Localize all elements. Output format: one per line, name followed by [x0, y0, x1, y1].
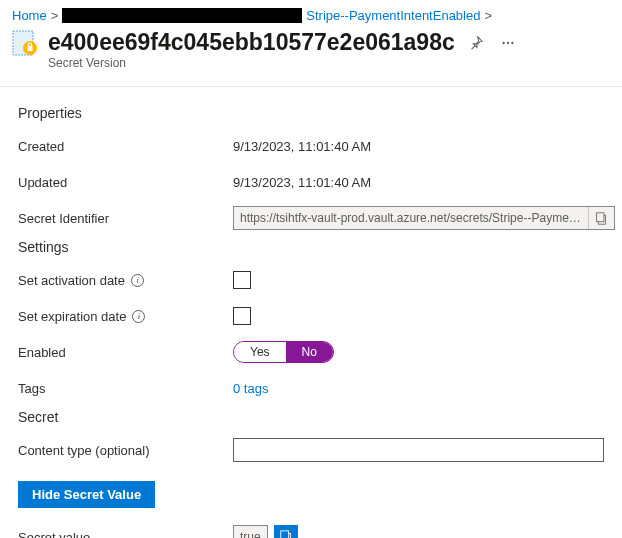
expiration-label: Set expiration date i [18, 309, 233, 324]
expiration-label-text: Set expiration date [18, 309, 126, 324]
tags-link[interactable]: 0 tags [233, 381, 268, 396]
updated-value: 9/13/2023, 11:01:40 AM [233, 175, 604, 190]
info-icon[interactable]: i [132, 310, 145, 323]
activation-label-text: Set activation date [18, 273, 125, 288]
content-type-input[interactable] [233, 438, 604, 462]
updated-label: Updated [18, 175, 233, 190]
info-icon[interactable]: i [131, 274, 144, 287]
secret-value-text: true [240, 530, 261, 538]
breadcrumb: Home > Stripe--PaymentIntentEnabled > [0, 0, 622, 27]
svg-rect-9 [280, 531, 288, 538]
toggle-yes[interactable]: Yes [234, 342, 286, 362]
title-row: e400ee69f4c045ebb10577e2e061a98c [0, 27, 622, 56]
page-subtitle: Secret Version [0, 56, 622, 86]
activation-label: Set activation date i [18, 273, 233, 288]
svg-point-4 [507, 41, 509, 43]
secret-value-field: true [233, 525, 268, 538]
svg-rect-2 [28, 46, 33, 51]
pin-icon[interactable] [465, 32, 487, 54]
section-properties: Properties [18, 105, 604, 121]
svg-point-3 [502, 41, 504, 43]
divider [0, 86, 622, 87]
toggle-no[interactable]: No [286, 342, 333, 362]
enabled-label: Enabled [18, 345, 233, 360]
identifier-label: Secret Identifier [18, 211, 233, 226]
identifier-value: https://tsihtfx-vault-prod.vault.azure.n… [234, 211, 588, 225]
created-value: 9/13/2023, 11:01:40 AM [233, 139, 604, 154]
content-type-label: Content type (optional) [18, 443, 233, 458]
expiration-checkbox[interactable] [233, 307, 251, 325]
svg-rect-7 [597, 212, 604, 221]
page-title: e400ee69f4c045ebb10577e2e061a98c [48, 29, 455, 56]
activation-checkbox[interactable] [233, 271, 251, 289]
created-label: Created [18, 139, 233, 154]
copy-identifier-button[interactable] [588, 207, 614, 229]
secret-value-label: Secret value [18, 530, 233, 539]
breadcrumb-sep: > [51, 8, 59, 23]
section-secret: Secret [18, 409, 604, 425]
hide-secret-button[interactable]: Hide Secret Value [18, 481, 155, 508]
section-settings: Settings [18, 239, 604, 255]
breadcrumb-sep-2: > [484, 8, 492, 23]
breadcrumb-home[interactable]: Home [12, 8, 47, 23]
secret-version-icon [12, 30, 38, 56]
tags-label: Tags [18, 381, 233, 396]
more-icon[interactable] [497, 32, 519, 54]
copy-secret-button[interactable] [274, 525, 298, 538]
svg-point-5 [511, 41, 513, 43]
breadcrumb-parent[interactable]: Stripe--PaymentIntentEnabled [306, 8, 480, 23]
breadcrumb-redacted [62, 8, 302, 23]
identifier-field: https://tsihtfx-vault-prod.vault.azure.n… [233, 206, 615, 230]
enabled-toggle[interactable]: Yes No [233, 341, 334, 363]
